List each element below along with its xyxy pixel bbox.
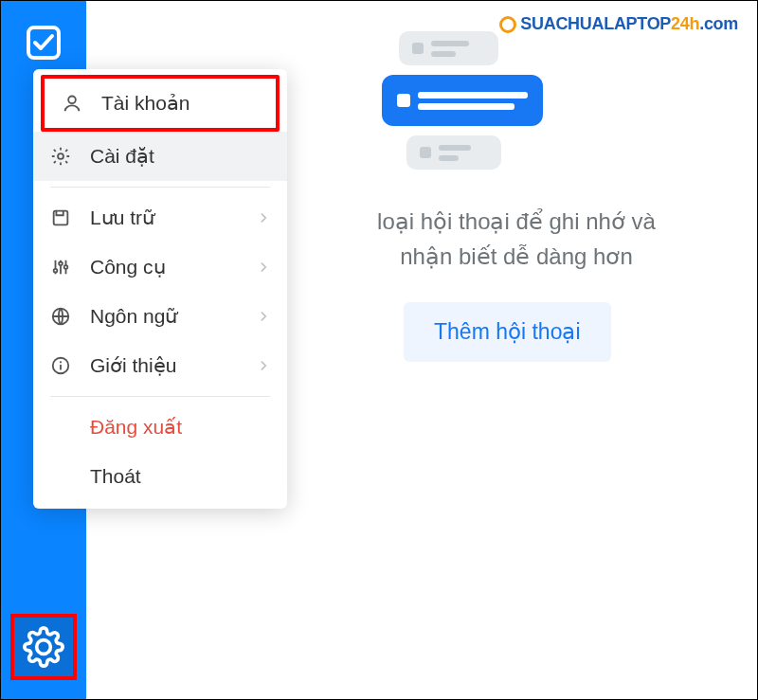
menu-label-about: Giới thiệu [90,354,176,377]
hint-line-1: loại hội thoại để ghi nhớ và [377,208,656,234]
menu-item-about[interactable]: Giới thiệu [33,341,287,390]
chat-bubble-small [399,31,498,65]
menu-label-tools: Công cụ [90,256,166,278]
watermark-text-2: 24h [671,14,699,33]
menu-label-logout: Đăng xuất [90,416,182,439]
menu-item-language[interactable]: Ngôn ngữ [33,292,287,341]
svg-point-2 [58,153,63,159]
globe-icon [50,306,81,327]
gear-icon [23,626,64,668]
menu-label-storage: Lưu trữ [90,206,154,229]
menu-item-settings[interactable]: Cài đặt [33,132,287,181]
gear-icon [50,146,81,167]
save-icon [50,207,81,228]
menu-divider [50,396,270,397]
menu-label-exit: Thoát [90,465,141,488]
chat-bubble-highlight [382,75,543,126]
watermark-gear-icon [499,16,516,33]
menu-item-logout[interactable]: Đăng xuất [33,403,287,452]
svg-point-5 [59,262,63,266]
chevron-right-icon [257,305,270,328]
info-icon [50,355,81,376]
chevron-right-icon [257,206,270,229]
chevron-right-icon [257,354,270,377]
menu-label-language: Ngôn ngữ [90,305,177,328]
sidebar-settings-button[interactable] [10,614,77,680]
watermark-text-1: SUACHUALAPTOP [520,14,671,33]
chat-bubble-small [406,135,501,170]
menu-divider [50,187,270,188]
hint-text: loại hội thoại để ghi nhớ và nhận biết d… [314,204,719,274]
add-conversation-button[interactable]: Thêm hội thoại [404,302,611,362]
settings-popup-menu: Tài khoản Cài đặt Lưu trữ Công cụ Ngôn n… [33,69,287,509]
svg-point-4 [54,269,58,273]
sidebar-top-check-icon[interactable] [21,20,66,65]
checkbox-icon [25,24,63,62]
menu-item-account[interactable]: Tài khoản [41,75,280,132]
svg-point-6 [64,265,68,269]
menu-item-storage[interactable]: Lưu trữ [33,193,287,242]
chevron-right-icon [257,256,270,278]
menu-label-settings: Cài đặt [90,145,154,168]
menu-label-account: Tài khoản [101,92,190,115]
watermark-text-3: .com [699,14,738,33]
sliders-icon [50,257,81,278]
svg-point-1 [68,96,76,103]
menu-item-tools[interactable]: Công cụ [33,242,287,292]
user-icon [62,93,92,114]
menu-item-exit[interactable]: Thoát [33,452,287,501]
hint-line-2: nhận biết dễ dàng hơn [400,243,633,269]
svg-point-9 [60,361,62,363]
chat-illustration [399,31,588,179]
